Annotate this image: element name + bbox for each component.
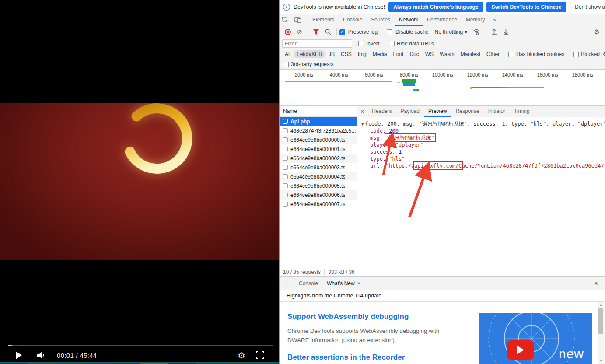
detail-tab[interactable]: Payload — [396, 106, 424, 117]
network-conditions-button[interactable] — [470, 26, 483, 38]
request-row[interactable]: e664ce9e8ba000000.ts — [280, 135, 357, 144]
devtools-tab[interactable]: Elements — [308, 14, 339, 26]
detail-tab[interactable]: Preview — [424, 106, 451, 117]
more-tabs-icon[interactable]: » — [489, 17, 499, 23]
request-name: e664ce9e8ba000006.ts — [290, 192, 345, 198]
detail-tab[interactable]: Initiator — [484, 106, 510, 117]
type-filter[interactable]: Doc — [407, 50, 421, 58]
json-summary-line[interactable]: ▼{code: 200, msg: "诺讯智能解析系统", success: 1… — [361, 120, 605, 127]
request-row[interactable]: e664ce9e8ba000004.ts — [280, 172, 357, 181]
volume-button[interactable] — [34, 348, 49, 362]
type-filter[interactable]: JS — [326, 50, 337, 58]
filter-input[interactable] — [282, 39, 352, 48]
drawer-tab[interactable]: Console — [294, 277, 322, 290]
request-checkbox[interactable] — [283, 183, 288, 188]
switch-devtools-chinese-button[interactable]: Switch DevTools to Chinese — [486, 2, 566, 12]
disclosure-triangle-icon[interactable]: ▼ — [361, 122, 364, 126]
request-row[interactable]: e664ce9e8ba000001.ts — [280, 144, 357, 154]
request-checkbox[interactable] — [283, 174, 288, 179]
request-checkbox[interactable] — [283, 119, 288, 124]
import-har-button[interactable] — [489, 26, 500, 38]
has-blocked-cookies-checkbox[interactable] — [508, 52, 514, 57]
type-filter[interactable]: Other — [484, 50, 502, 58]
detail-tab[interactable]: Headers — [367, 106, 396, 117]
search-button[interactable] — [322, 26, 334, 38]
type-filter[interactable]: WS — [423, 50, 436, 58]
dont-show-again-button[interactable]: Don't show again — [570, 2, 605, 12]
type-filter[interactable]: Font — [390, 50, 406, 58]
scroll-down-icon[interactable]: ▼ — [599, 357, 603, 364]
request-row[interactable]: e664ce9e8ba000002.ts — [280, 154, 357, 163]
blocked-requests-checkbox[interactable] — [573, 52, 579, 57]
devtools-tab[interactable]: Console — [339, 14, 367, 26]
request-checkbox[interactable] — [283, 156, 288, 161]
request-checkbox[interactable] — [283, 137, 288, 142]
devtools-tab[interactable]: Sources — [367, 14, 395, 26]
third-party-checkbox[interactable] — [283, 62, 289, 67]
device-toolbar-button[interactable] — [292, 14, 304, 26]
filter-toggle-button[interactable] — [311, 26, 322, 38]
waterfall-bar — [397, 82, 400, 83]
network-conditions-icon — [472, 29, 480, 35]
drawer-tab[interactable]: What's New × — [322, 277, 365, 290]
request-row[interactable]: e664ce9e8ba000006.ts — [280, 190, 357, 200]
detail-close-icon[interactable]: × — [357, 108, 367, 115]
hide-data-urls-checkbox[interactable] — [389, 41, 395, 46]
request-row[interactable]: e664ce9e8ba000003.ts — [280, 163, 357, 172]
network-overview-timeline[interactable]: 2000 ms4000 ms6000 ms8000 ms10000 ms1200… — [280, 70, 605, 106]
network-toolbar: ⊘ Preserve log Disable cache No throttli… — [280, 26, 605, 38]
fullscreen-icon — [256, 351, 264, 359]
section-body: Chrome DevTools supports WebAssembly deb… — [287, 327, 456, 345]
youtube-play-icon[interactable] — [507, 340, 534, 360]
request-checkbox[interactable] — [283, 128, 288, 133]
throttling-select[interactable]: No throttling ▾ — [433, 29, 469, 35]
thumbnail-new-label: new — [559, 346, 584, 361]
drawer-menu-icon[interactable]: ⋮ — [280, 280, 294, 287]
match-language-button[interactable]: Always match Chrome's language — [388, 2, 483, 12]
detail-tabbar: × HeadersPayloadPreviewResponseInitiator… — [357, 106, 605, 117]
type-filter[interactable]: All — [282, 50, 293, 58]
player-settings-button[interactable]: ⚙ — [234, 348, 249, 362]
drawer-close-icon[interactable]: × — [591, 279, 601, 288]
type-filter[interactable]: Img — [355, 50, 369, 58]
type-filter[interactable]: Wasm — [437, 50, 457, 58]
requests-count: 10 / 35 requests — [280, 269, 324, 275]
drawer-scrollbar[interactable]: ▲ ▼ — [598, 302, 604, 364]
request-checkbox[interactable] — [283, 202, 288, 206]
request-row[interactable]: e664ce9e8ba000007.ts — [280, 200, 357, 209]
video-progress-bar[interactable] — [8, 345, 273, 346]
request-row[interactable]: e664ce9e8ba000005.ts — [280, 181, 357, 190]
request-checkbox[interactable] — [283, 192, 288, 197]
scrollbar-thumb[interactable] — [598, 308, 603, 334]
waterfall-bar — [402, 79, 416, 83]
request-checkbox[interactable] — [283, 147, 288, 151]
devtools-tab[interactable]: Performance — [423, 14, 462, 26]
type-filter[interactable]: CSS — [338, 50, 354, 58]
network-settings-gear-icon[interactable]: ⚙ — [591, 26, 602, 38]
inspect-element-button[interactable] — [280, 14, 292, 26]
play-button[interactable] — [11, 348, 26, 362]
clear-button[interactable]: ⊘ — [294, 26, 305, 38]
request-checkbox[interactable] — [283, 165, 288, 170]
resource-type-filters: AllFetch/XHRJSCSSImgMediaFontDocWSWasmMa… — [280, 49, 605, 60]
type-filter[interactable]: Fetch/XHR — [294, 50, 325, 58]
name-column-header[interactable]: Name — [280, 106, 357, 117]
invert-checkbox[interactable] — [358, 41, 364, 46]
preserve-log-checkbox[interactable] — [339, 29, 345, 35]
request-row[interactable]: Api.php — [280, 117, 357, 126]
disable-cache-checkbox[interactable] — [387, 29, 392, 35]
detail-tab[interactable]: Timing — [510, 106, 534, 117]
close-tab-icon[interactable]: × — [357, 280, 361, 287]
fullscreen-button[interactable] — [252, 348, 268, 362]
record-button[interactable] — [282, 26, 294, 38]
detail-tab[interactable]: Response — [451, 106, 484, 117]
request-row[interactable]: 468e28747f3f72861ba2c5... — [280, 126, 357, 135]
devtools-tab[interactable]: Memory — [462, 14, 489, 26]
devtools-tab[interactable]: Network — [395, 14, 423, 26]
video-player[interactable]: 00:01 / 45:44 ⚙ — [0, 0, 279, 364]
type-filter[interactable]: Media — [370, 50, 390, 58]
video-thumbnail[interactable]: new — [479, 313, 592, 364]
type-filter[interactable]: Manifest — [458, 50, 483, 58]
export-har-button[interactable] — [500, 26, 511, 38]
scroll-up-icon[interactable]: ▲ — [599, 302, 603, 308]
